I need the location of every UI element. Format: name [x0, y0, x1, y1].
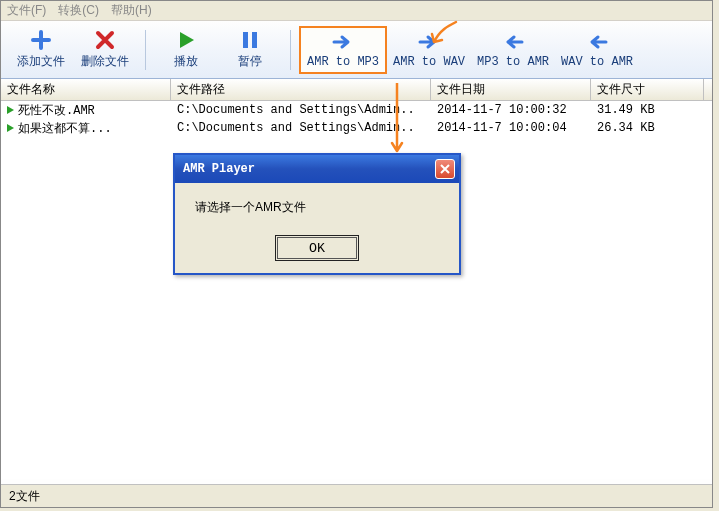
arrow-right-icon: [418, 31, 440, 53]
table-row[interactable]: 如果这都不算... C:\Documents and Settings\Admi…: [1, 119, 712, 137]
add-file-label: 添加文件: [17, 53, 65, 70]
menu-help[interactable]: 帮助(H): [111, 2, 152, 19]
play-label: 播放: [174, 53, 198, 70]
wav-to-amr-label: WAV to AMR: [561, 55, 633, 69]
status-text: 2文件: [9, 488, 40, 505]
file-path: C:\Documents and Settings\Admin..: [171, 121, 431, 135]
x-icon: [94, 29, 116, 51]
plus-icon: [30, 29, 52, 51]
file-date: 2014-11-7 10:00:32: [431, 103, 591, 117]
status-bar: 2文件: [1, 484, 712, 507]
amr-to-wav-button[interactable]: AMR to WAV: [387, 26, 471, 74]
menubar: 文件(F) 转换(C) 帮助(H): [1, 1, 712, 21]
menu-convert[interactable]: 转换(C): [58, 2, 99, 19]
file-name: 如果这都不算...: [18, 120, 112, 137]
dialog-titlebar[interactable]: AMR Player: [175, 155, 459, 183]
message-dialog: AMR Player 请选择一个AMR文件 OK: [173, 153, 461, 275]
pause-button[interactable]: 暂停: [218, 26, 282, 74]
close-button[interactable]: [435, 159, 455, 179]
arrow-right-icon: [332, 31, 354, 53]
add-file-button[interactable]: 添加文件: [9, 26, 73, 74]
column-header-path[interactable]: 文件路径: [171, 79, 431, 100]
list-header: 文件名称 文件路径 文件日期 文件尺寸: [1, 79, 712, 101]
amr-to-wav-label: AMR to WAV: [393, 55, 465, 69]
close-icon: [439, 163, 451, 175]
svg-rect-1: [252, 32, 257, 48]
file-path: C:\Documents and Settings\Admin..: [171, 103, 431, 117]
toolbar: 添加文件 删除文件 播放 暂停 AMR to MP3: [1, 21, 712, 79]
dialog-button-row: OK: [175, 233, 459, 273]
column-header-date[interactable]: 文件日期: [431, 79, 591, 100]
file-name: 死性不改.AMR: [18, 102, 95, 119]
arrow-left-icon: [502, 31, 524, 53]
wav-to-amr-button[interactable]: WAV to AMR: [555, 26, 639, 74]
column-header-size[interactable]: 文件尺寸: [591, 79, 704, 100]
delete-file-button[interactable]: 删除文件: [73, 26, 137, 74]
table-row[interactable]: 死性不改.AMR C:\Documents and Settings\Admin…: [1, 101, 712, 119]
amr-to-mp3-label: AMR to MP3: [307, 55, 379, 69]
mp3-to-amr-button[interactable]: MP3 to AMR: [471, 26, 555, 74]
separator: [290, 30, 291, 70]
menu-file[interactable]: 文件(F): [7, 2, 46, 19]
dialog-body: 请选择一个AMR文件: [175, 183, 459, 233]
main-window: 文件(F) 转换(C) 帮助(H) 添加文件 删除文件 播放: [0, 0, 713, 508]
delete-file-label: 删除文件: [81, 53, 129, 70]
play-icon: [7, 124, 14, 132]
play-button[interactable]: 播放: [154, 26, 218, 74]
play-icon: [7, 106, 14, 114]
pause-label: 暂停: [238, 53, 262, 70]
amr-to-mp3-button[interactable]: AMR to MP3: [299, 26, 387, 74]
dialog-message: 请选择一个AMR文件: [195, 200, 306, 214]
play-icon: [175, 29, 197, 51]
file-date: 2014-11-7 10:00:04: [431, 121, 591, 135]
mp3-to-amr-label: MP3 to AMR: [477, 55, 549, 69]
svg-rect-0: [243, 32, 248, 48]
column-header-name[interactable]: 文件名称: [1, 79, 171, 100]
arrow-left-icon: [586, 31, 608, 53]
separator: [145, 30, 146, 70]
file-size: 31.49 KB: [591, 103, 704, 117]
ok-button[interactable]: OK: [277, 237, 357, 259]
dialog-title-text: AMR Player: [183, 162, 255, 176]
file-size: 26.34 KB: [591, 121, 704, 135]
pause-icon: [239, 29, 261, 51]
